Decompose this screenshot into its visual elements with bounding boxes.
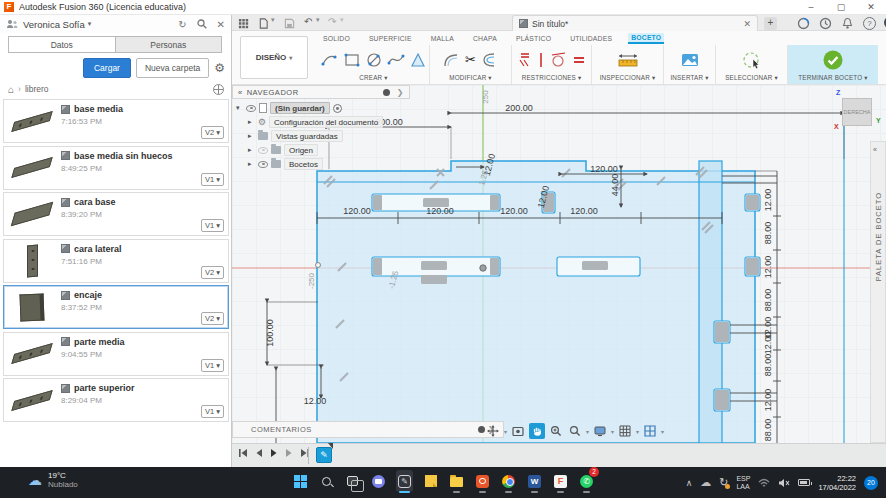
project-item[interactable]: parte media 9:04:55 PM V1▾ [3,332,229,376]
redo-icon[interactable]: ↷ [328,16,336,27]
dimension-label[interactable]: 120.00 [570,206,598,216]
group-label-terminar-boceto[interactable]: TERMINAR BOCETO ▾ [790,74,876,84]
sketch-palette-panel[interactable]: « PALETA DE BOCETO [870,141,886,443]
dropdown-chevron-icon[interactable]: ▾ [586,428,589,435]
dropdown-chevron-icon[interactable]: ▾ [504,428,507,435]
expand-triangle-icon[interactable]: ▾ [236,104,243,112]
undo-icon[interactable]: ↶ [304,16,312,27]
sketch-point[interactable] [316,263,321,268]
onedrive-cloud-icon[interactable]: ☁ [700,476,711,489]
tree-node-doc-settings[interactable]: ▸ ⚙ Configuración del documento [236,115,383,129]
tree-node-saved-views[interactable]: ▸ Vistas guardadas [236,129,383,143]
dimension-label[interactable]: 88.00 [763,289,773,312]
dimension-label[interactable]: 250 [481,90,490,104]
panel-options-icon[interactable] [478,426,485,433]
item-version-dropdown[interactable]: V2▾ [201,126,224,139]
upload-button[interactable]: Cargar [83,58,131,78]
taskbar-whatsapp-icon[interactable]: ✆2 [578,470,595,492]
item-version-dropdown[interactable]: V2▾ [201,312,224,325]
pan-button[interactable] [529,423,545,439]
taskbar-chat-icon[interactable] [370,470,387,492]
dimension-label[interactable]: 44.00 [610,174,620,197]
collapse-icon[interactable]: « [238,88,243,97]
dimension-label[interactable]: 120.00 [590,164,618,174]
help-icon[interactable]: ? [863,17,876,30]
item-version-dropdown[interactable]: V1▾ [201,173,224,186]
breadcrumb-folder[interactable]: librero [25,84,49,94]
dimension-label[interactable]: 12.00 [763,332,773,355]
taskbar-task-view-icon[interactable] [344,470,361,492]
tree-root-row[interactable]: ▾ (Sin guardar) [236,101,383,115]
file-menu-icon[interactable] [258,18,269,29]
tab-superficie[interactable]: SUPERFICIE [366,34,415,43]
activate-radio-icon[interactable] [333,104,342,113]
dimension-label[interactable]: 120.00 [426,206,454,216]
volume-muted-icon[interactable] [778,478,790,488]
tab-chapa[interactable]: CHAPA [470,34,500,43]
dimension-label[interactable]: 88.00 [763,222,773,245]
trim-scissors-icon[interactable]: ✂ [465,52,476,67]
node-label[interactable]: Vistas guardadas [271,130,343,142]
job-status-icon[interactable] [797,17,810,30]
search-icon[interactable] [197,19,207,29]
project-item[interactable]: cara base 8:39:20 PM V1▾ [3,192,229,236]
visibility-eye-icon[interactable] [258,161,268,168]
group-label-modificar[interactable]: MODIFICAR ▾ [432,74,509,84]
close-panel-icon[interactable]: ✕ [217,19,225,30]
origin-point[interactable] [480,265,486,271]
orbit-button[interactable] [485,423,501,439]
dimension-label[interactable]: 88.00 [763,419,773,442]
new-folder-button[interactable]: Nueva carpeta [136,58,209,78]
tab-datos[interactable]: Datos [8,36,115,53]
item-version-dropdown[interactable]: V2▾ [201,266,224,279]
project-item[interactable]: base media 7:16:53 PM V2▾ [3,99,229,143]
group-label-inspeccionar[interactable]: INSPECCIONAR ▾ [594,74,661,84]
battery-icon[interactable] [798,479,810,486]
group-terminar-boceto[interactable]: TERMINAR BOCETO ▾ [788,45,878,84]
visibility-eye-icon[interactable] [246,105,256,112]
group-label-crear[interactable]: CREAR ▾ [320,74,427,84]
spline-tool-icon[interactable] [387,51,405,69]
home-icon[interactable]: ⌂ [8,84,14,95]
hidden-icons-chevron-icon[interactable]: ∧ [686,478,693,488]
timeline-sketch-feature[interactable]: ✎ [316,447,332,463]
rectangle-tool-icon[interactable] [343,51,361,69]
item-version-dropdown[interactable]: V1▾ [201,405,224,418]
clock-widget[interactable]: 22:22 17/04/2022 [818,474,856,492]
finish-sketch-check-icon[interactable] [822,49,844,71]
step-forward-icon[interactable] [285,448,293,458]
play-icon[interactable] [270,448,278,458]
collapse-triangle-icon[interactable]: ▸ [248,118,255,126]
polygon-tool-icon[interactable] [409,51,427,69]
group-label-seleccionar[interactable]: SELECCIONAR ▾ [718,74,785,84]
app-grid-icon[interactable] [238,18,249,29]
view-cube[interactable]: DERECHA Z Y X [830,89,886,135]
tree-node-origin[interactable]: ▸ Origen [236,143,383,157]
display-settings-button[interactable] [592,423,608,439]
taskbar-chrome-icon[interactable] [500,470,517,492]
project-item[interactable]: cara lateral 7:51:16 PM V2▾ [3,239,229,283]
grid-sphere-icon[interactable] [213,84,224,95]
new-tab-button[interactable]: + [764,17,777,30]
notification-count-badge[interactable]: 20 [864,476,878,490]
item-version-dropdown[interactable]: V1▾ [201,219,224,232]
collapse-icon[interactable]: « [873,146,877,153]
file-menu-chevron-icon[interactable]: ▾ [271,16,275,24]
maximize-button[interactable]: ▢ [830,0,852,14]
dropdown-chevron-icon[interactable]: ▾ [661,428,664,435]
insert-image-icon[interactable] [680,51,700,69]
dimension-label[interactable]: 120.00 [343,206,371,216]
dimension-label[interactable]: 88.00 [763,354,773,377]
group-label-insertar[interactable]: INSERTAR ▾ [666,74,713,84]
project-item[interactable]: parte superior 8:29:04 PM V1▾ [3,378,229,422]
dimension-label[interactable]: -250 [307,272,316,289]
node-label[interactable]: Bocetos [284,158,323,170]
close-button[interactable]: ✕ [860,0,882,14]
dimension-label[interactable]: 12.00 [304,396,327,406]
minimize-button[interactable]: – [800,0,822,14]
collapse-triangle-icon[interactable]: ▸ [248,132,255,140]
taskbar-fusion-360-icon[interactable]: F [552,470,569,492]
taskbar-word-icon[interactable]: W [526,470,543,492]
taskbar-search-icon[interactable] [318,470,335,492]
step-back-icon[interactable] [255,448,263,458]
